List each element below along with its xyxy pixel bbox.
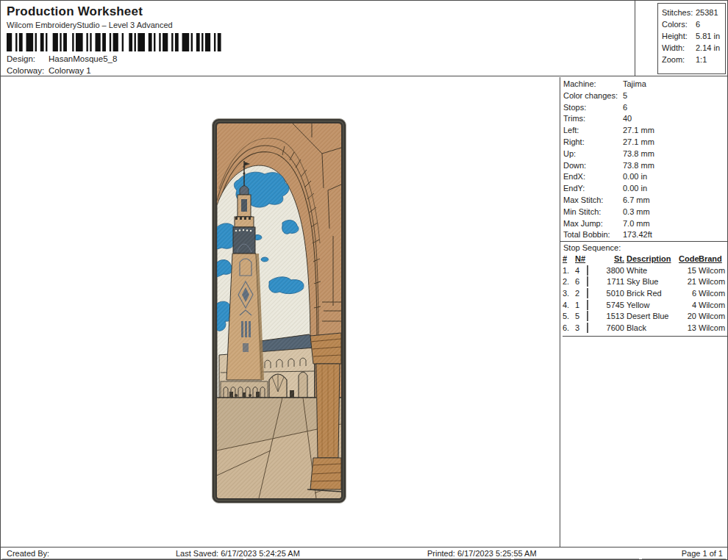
info-value: 73.8 mm (623, 149, 654, 158)
machine-info-row: Max Jump:7.0 mm (563, 218, 727, 230)
stop-num: 6. (563, 323, 573, 334)
stop-row: 1. 4 3800 White 15 Wilcom (563, 265, 727, 277)
machine-info-row: Max Stitch:6.7 mm (563, 195, 727, 207)
info-value: 5 (623, 91, 627, 100)
mosque-design-image (212, 118, 346, 503)
design-label: Design: (7, 54, 49, 63)
stop-brand: Wilcom (699, 300, 728, 312)
info-label: Down: (563, 160, 623, 172)
colorway-value: Colorway 1 (49, 66, 91, 75)
page-number: Page 1 of 1 (682, 549, 723, 558)
machine-info-row: Trims:40 (563, 113, 727, 125)
info-value: 0.00 in (623, 172, 647, 181)
summary-label: Colors: (662, 18, 696, 30)
stop-code: 15 (679, 265, 696, 277)
info-label: Left: (563, 125, 623, 137)
stop-brand: Wilcom (699, 311, 728, 323)
info-label: EndX: (563, 171, 623, 183)
machine-info-panel: Machine:Tajima Color changes:5 Stops:6 T… (560, 77, 727, 547)
stop-code: 20 (679, 311, 696, 323)
stop-code: 21 (679, 276, 696, 288)
design-row: Design:HasanMosque5_8 (7, 54, 117, 63)
stop-description: Brick Red (627, 288, 677, 300)
stop-row: 6. 3 7600 Black 13 Wilcom (563, 323, 727, 334)
stop-num: 2. (563, 276, 573, 288)
stop-num: 4. (563, 300, 573, 312)
info-label: Right: (563, 137, 623, 148)
stop-needle: 1 (575, 300, 585, 312)
info-label: Max Jump: (563, 218, 623, 230)
summary-label: Width: (662, 42, 696, 54)
stop-row: 4. 1 5745 Yellow 4 Wilcom (563, 300, 727, 312)
machine-info-list: Machine:Tajima Color changes:5 Stops:6 T… (560, 77, 727, 241)
info-value: 73.8 mm (623, 161, 654, 170)
summary-value: 25381 (696, 8, 718, 17)
stop-description: Sky Blue (627, 276, 677, 288)
stop-needle: 2 (575, 288, 585, 300)
color-swatch (587, 323, 588, 333)
info-label: Machine: (563, 79, 623, 90)
summary-row: Zoom:1:1 (662, 54, 725, 65)
header-divider (635, 1, 635, 76)
machine-info-row: Color changes:5 (563, 90, 727, 102)
stop-needle: 5 (575, 311, 585, 323)
col-stitch-code: St. (600, 254, 624, 265)
app-subtitle: Wilcom EmbroideryStudio – Level 3 Advanc… (7, 21, 173, 29)
info-value: 173.42ft (623, 230, 652, 239)
stop-brand: Wilcom (699, 288, 728, 300)
stop-row: 5. 5 1513 Desert Blue 20 Wilcom (563, 311, 727, 323)
stop-code: 6 (679, 288, 696, 300)
summary-label: Height: (662, 30, 696, 42)
footer: Created By: Last Saved: 6/17/2023 5:24:2… (1, 547, 727, 559)
info-value: 0.00 in (623, 184, 647, 193)
stop-brand: Wilcom (699, 265, 728, 277)
production-worksheet-page: Production Worksheet Wilcom EmbroiderySt… (0, 0, 728, 560)
stop-thread-number: 1711 (600, 276, 624, 288)
summary-row: Colors:6 (662, 18, 725, 30)
summary-box: Stitches:25381 Colors:6 Height:5.81 in W… (657, 3, 726, 74)
machine-info-row: EndY:0.00 in (563, 183, 727, 195)
col-needle: N# (575, 254, 585, 265)
stop-sequence-title: Stop Sequence: (560, 242, 727, 254)
machine-info-row: Stops:6 (563, 102, 727, 114)
header: Production Worksheet Wilcom EmbroiderySt… (1, 1, 727, 76)
info-value: 0.3 mm (623, 207, 650, 216)
stop-table-header: # N# St. Description Code Brand (563, 254, 727, 265)
summary-label: Zoom: (662, 54, 696, 65)
machine-info-row: Machine:Tajima (563, 79, 727, 90)
colorway-label: Colorway: (7, 66, 49, 75)
stop-description: Black (627, 323, 677, 334)
stop-num: 1. (563, 265, 573, 277)
stop-thread-number: 7600 (600, 323, 624, 334)
stop-needle: 4 (575, 265, 585, 277)
stop-table-end-divider (563, 336, 727, 337)
info-label: Up: (563, 148, 623, 160)
col-num: # (563, 254, 573, 265)
stop-num: 5. (563, 311, 573, 323)
info-value: 27.1 mm (623, 137, 654, 146)
stop-needle: 6 (575, 276, 585, 288)
stop-code: 13 (679, 323, 696, 334)
stop-thread-number: 1513 (600, 311, 624, 323)
info-label: Max Stitch: (563, 195, 623, 207)
created-by-label: Created By: (7, 549, 49, 558)
design-value: HasanMosque5_8 (49, 54, 117, 63)
machine-info-row: Down:73.8 mm (563, 160, 727, 172)
page-title: Production Worksheet (7, 4, 143, 19)
info-value: 6 (623, 103, 627, 112)
info-label: Stops: (563, 102, 623, 114)
machine-info-row: Total Bobbin:173.42ft (563, 229, 727, 241)
summary-label: Stitches: (662, 7, 696, 18)
info-value: Tajima (623, 79, 646, 88)
summary-value: 6 (696, 20, 700, 29)
color-swatch (587, 311, 588, 321)
stop-code: 4 (679, 300, 696, 312)
last-saved-text: Last Saved: 6/17/2023 5:24:25 AM (176, 549, 300, 558)
info-value: 40 (623, 114, 632, 123)
summary-value: 5.81 in (696, 32, 720, 40)
info-label: Color changes: (563, 90, 623, 102)
stop-description: White (627, 265, 677, 277)
colorway-row: Colorway:Colorway 1 (7, 66, 91, 75)
stop-needle: 3 (575, 323, 585, 334)
summary-row: Height:5.81 in (662, 30, 725, 42)
